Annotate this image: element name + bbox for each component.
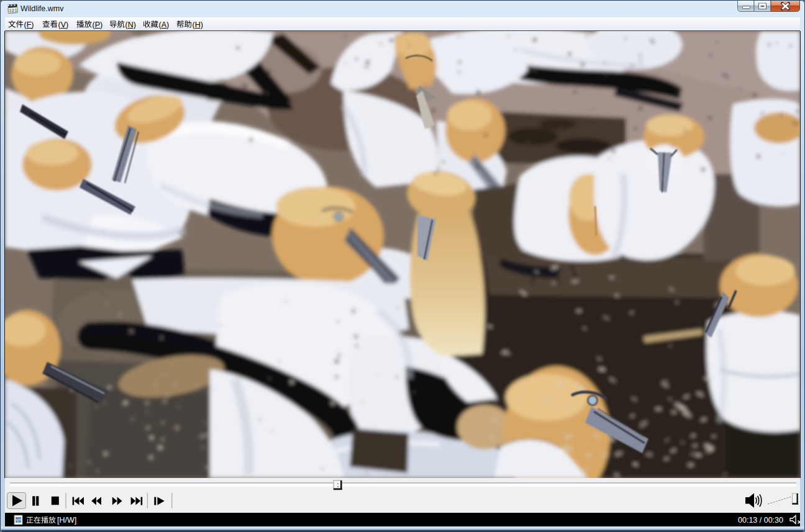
svg-text:(V): (V) xyxy=(58,20,69,29)
svg-text:(N): (N) xyxy=(125,20,136,29)
svg-text:[H/W]: [H/W] xyxy=(57,516,76,525)
svg-text:00:13 / 00:30: 00:13 / 00:30 xyxy=(738,516,783,525)
svg-text:(F): (F) xyxy=(24,20,34,29)
svg-text:(A): (A) xyxy=(159,20,170,29)
svg-text:(P): (P) xyxy=(93,20,103,29)
svg-text:(H): (H) xyxy=(193,20,203,29)
svg-text:1: 1 xyxy=(14,7,17,13)
